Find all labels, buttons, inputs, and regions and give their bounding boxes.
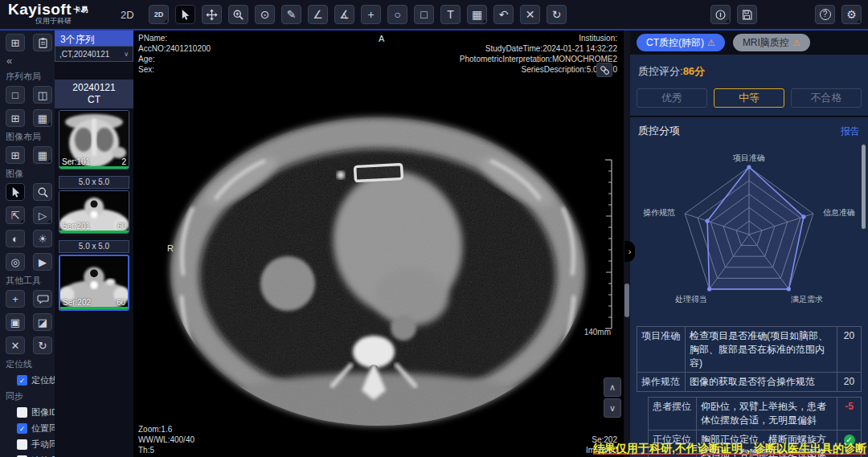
- grade-fail-button[interactable]: 不合格: [791, 88, 862, 108]
- tab-ct-qc[interactable]: CT质控(肺部) ⚠: [637, 34, 725, 51]
- pan-tool[interactable]: [202, 5, 222, 24]
- magnify-tool-side[interactable]: [33, 183, 52, 201]
- cobb-angle-tool[interactable]: ∡: [334, 5, 354, 24]
- mode-2d-button[interactable]: 2D: [149, 5, 169, 24]
- image-navigation: ∧ ∨: [604, 377, 621, 418]
- thumb-count: 60: [117, 298, 125, 307]
- cursor-icon: [179, 9, 191, 21]
- warning-icon: ⚠: [792, 38, 800, 48]
- thumb-progress-bar: [59, 166, 129, 169]
- brand-subtitle: 仅用于科研: [35, 17, 88, 25]
- series-thumbnail-scout[interactable]: Ser:1012: [59, 110, 129, 169]
- grade-excellent-button[interactable]: 优秀: [637, 88, 707, 108]
- tab-mri-qc[interactable]: MRI脑质控 ⚠: [733, 34, 810, 51]
- glyph-icon: ◎: [10, 256, 19, 268]
- angle-tool[interactable]: ∠: [308, 5, 328, 24]
- checkbox[interactable]: [17, 407, 27, 418]
- checkbox[interactable]: [17, 439, 27, 450]
- glyph-icon: ▶: [39, 256, 47, 268]
- delete-annotation-tool[interactable]: ✕: [520, 5, 540, 24]
- series-layout-1[interactable]: □: [6, 86, 25, 104]
- series-dropdown[interactable]: ,CT,20240121 ∨: [55, 46, 133, 62]
- image-viewport[interactable]: PName:AccNO:2401210200 Age:Sex: Institus…: [133, 31, 624, 457]
- link-series-button[interactable]: [596, 63, 612, 77]
- series-thumbnail-202[interactable]: Ser:20260: [59, 255, 129, 311]
- checkbox-row: 图像ID同步: [17, 406, 55, 418]
- scale-ruler: [603, 157, 614, 337]
- thumb-progress-bar: [59, 231, 129, 233]
- length-measure-tool[interactable]: ✎: [281, 5, 301, 24]
- target-roi-tool[interactable]: ◎: [6, 253, 25, 271]
- warning-icon: ⚠: [707, 38, 715, 48]
- glyph-icon: ?: [820, 9, 831, 20]
- cursor-tool[interactable]: [175, 5, 195, 24]
- help-button[interactable]: ?: [815, 5, 835, 24]
- qc-score-label: 质控评分:: [638, 65, 683, 77]
- zoom-in-tool[interactable]: [228, 5, 248, 24]
- glyph-icon: ⇱: [11, 210, 20, 222]
- glyph-icon: ▣: [10, 316, 20, 328]
- report-panel-icon[interactable]: [33, 34, 52, 51]
- glyph-icon: ⊞: [11, 149, 20, 161]
- glyph-icon: ◐: [12, 233, 18, 245]
- qc-table-area: 项目准确 检查项目是否准确(项目如脑部、胸部、腹部是否在标准的范围内容) 20 …: [630, 326, 868, 457]
- panel-scrollbar-thumb[interactable]: [862, 145, 866, 229]
- rotate-tool[interactable]: ⇱: [6, 206, 25, 224]
- checkbox[interactable]: ✓: [17, 423, 27, 434]
- checkbox-row: ✓定位线: [17, 374, 55, 386]
- window-level-tool[interactable]: ⊙: [255, 5, 275, 24]
- glyph-icon: T: [447, 8, 454, 21]
- collapse-sidebar-button[interactable]: «: [6, 55, 55, 67]
- settings-button[interactable]: ⚙: [841, 5, 862, 24]
- series-layout-2col[interactable]: ◫: [33, 86, 52, 104]
- save-button[interactable]: [737, 5, 757, 24]
- checkbox[interactable]: ✓: [17, 375, 27, 386]
- grade-medium-button[interactable]: 中等: [714, 88, 784, 108]
- probe-tool[interactable]: +: [361, 5, 381, 24]
- top-toolbar: Kayisoft卡易 仅用于科研 2D 2D⊙✎∠∡+○□T▦↶✕↻ ?⚙: [0, 0, 868, 31]
- invert-tool[interactable]: ◐: [6, 230, 25, 247]
- flag-play-tool[interactable]: ▷: [33, 206, 52, 224]
- glyph-icon: ✕: [11, 340, 20, 352]
- cursor-tool-side[interactable]: [6, 183, 25, 201]
- series-layout-4[interactable]: ⊞: [6, 109, 25, 127]
- report-link[interactable]: 报告: [841, 124, 860, 138]
- image-layout-grid[interactable]: ▦: [33, 146, 52, 164]
- table-row: 患者摆位 仰卧位，双臂上举抱头，患者体位摆放合适，无明显偏斜 -5: [649, 398, 862, 430]
- comment-tool[interactable]: [33, 290, 52, 308]
- glyph-icon: ↻: [552, 8, 562, 21]
- eraser-tool[interactable]: ◪: [33, 313, 52, 331]
- panel-layout-icon[interactable]: ⊞: [6, 34, 25, 51]
- roi-preset-tool[interactable]: ▣: [6, 313, 25, 331]
- thumb-count: 2: [121, 157, 126, 166]
- image-layout-4[interactable]: ⊞: [6, 146, 25, 164]
- series-layout-grid[interactable]: ▦: [33, 109, 52, 127]
- clear-tool[interactable]: ✕: [6, 337, 25, 354]
- previous-image-button[interactable]: ∧: [604, 377, 621, 397]
- ellipse-roi-tool[interactable]: ○: [387, 5, 407, 24]
- add-tool[interactable]: +: [6, 290, 25, 308]
- series-thumbnail-201[interactable]: Ser:20160: [59, 190, 129, 234]
- refresh-tool[interactable]: ↻: [33, 337, 52, 354]
- glyph-icon: □: [420, 8, 427, 21]
- glyph-icon: ▦: [38, 149, 47, 161]
- grade-buttons: 优秀 中等 不合格: [630, 79, 868, 116]
- rectangle-roi-tool[interactable]: □: [414, 5, 434, 24]
- cine-play-tool[interactable]: ▶: [33, 253, 52, 271]
- ruler-length-label: 140mm: [584, 328, 611, 337]
- toolbar-far-tools: ?⚙: [815, 5, 862, 24]
- brightness-tool[interactable]: ☀: [33, 230, 52, 247]
- next-image-button[interactable]: ∨: [604, 398, 621, 418]
- info-button[interactable]: [710, 5, 731, 24]
- scrollbar-thumb[interactable]: [624, 284, 629, 317]
- reset-tool[interactable]: ↻: [547, 5, 567, 24]
- glyph-icon: ⊙: [260, 8, 270, 21]
- panel-expand-handle[interactable]: ›: [624, 241, 635, 262]
- layout-tool[interactable]: ▦: [467, 5, 487, 24]
- text-annotation-tool[interactable]: T: [440, 5, 461, 24]
- study-date: 20240121: [55, 82, 133, 94]
- patient-info-overlay: PName:AccNO:2401210200 Age:Sex:: [138, 33, 211, 75]
- checkbox-row: ✓位置同步: [17, 422, 55, 435]
- series-count-header: 3个序列: [55, 31, 133, 46]
- undo-tool[interactable]: ↶: [493, 5, 514, 24]
